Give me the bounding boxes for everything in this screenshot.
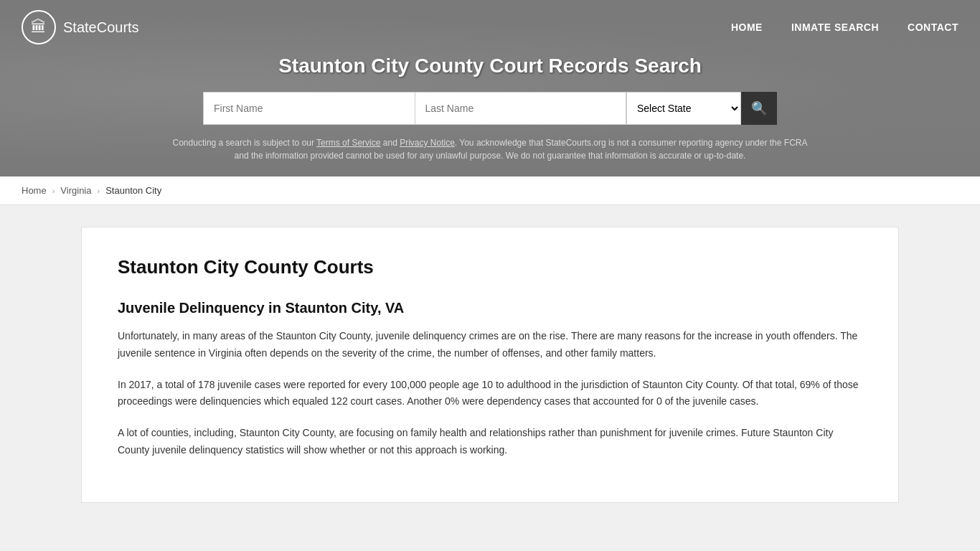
nav-home[interactable]: HOME [731, 22, 763, 33]
breadcrumb: Home › Virginia › Staunton City [0, 176, 980, 205]
breadcrumb-sep-1: › [52, 187, 55, 195]
first-name-input[interactable] [203, 92, 415, 125]
search-bar: Select StateAlabamaAlaskaArizonaArkansas… [203, 92, 777, 125]
logo-icon: 🏛 [22, 10, 56, 44]
paragraph-3: A lot of counties, including, Staunton C… [118, 425, 862, 459]
breadcrumb-home[interactable]: Home [22, 185, 47, 196]
state-select[interactable]: Select StateAlabamaAlaskaArizonaArkansas… [626, 92, 741, 125]
hero-section: Staunton City County Court Records Searc… [0, 55, 980, 176]
search-button[interactable]: 🔍 [741, 92, 777, 125]
main-nav: 🏛 StateCourts HOME INMATE SEARCH CONTACT [0, 0, 980, 55]
nav-links: HOME INMATE SEARCH CONTACT [731, 22, 958, 33]
site-logo[interactable]: 🏛 StateCourts [22, 10, 139, 44]
logo-text: StateCourts [63, 19, 139, 36]
content-card: Staunton City County Courts Juvenile Del… [81, 227, 899, 503]
last-name-input[interactable] [415, 92, 627, 125]
search-icon: 🔍 [751, 100, 767, 116]
page-main-title: Staunton City County Courts [118, 256, 862, 278]
paragraph-2: In 2017, a total of 178 juvenile cases w… [118, 377, 862, 411]
tos-link[interactable]: Terms of Service [316, 138, 380, 148]
nav-inmate-search[interactable]: INMATE SEARCH [791, 22, 879, 33]
site-header: 🏛 StateCourts HOME INMATE SEARCH CONTACT… [0, 0, 980, 176]
nav-contact[interactable]: CONTACT [908, 22, 958, 33]
hero-title: Staunton City County Court Records Searc… [14, 55, 966, 77]
privacy-link[interactable]: Privacy Notice [400, 138, 455, 148]
disclaimer-text: Conducting a search is subject to our Te… [167, 136, 813, 162]
main-content: Staunton City County Courts Juvenile Del… [67, 227, 913, 503]
breadcrumb-sep-2: › [97, 187, 100, 195]
paragraph-1: Unfortunately, in many areas of the Stau… [118, 328, 862, 362]
breadcrumb-state[interactable]: Virginia [60, 185, 91, 196]
section1-title: Juvenile Delinquency in Staunton City, V… [118, 300, 862, 316]
breadcrumb-current: Staunton City [105, 185, 161, 196]
